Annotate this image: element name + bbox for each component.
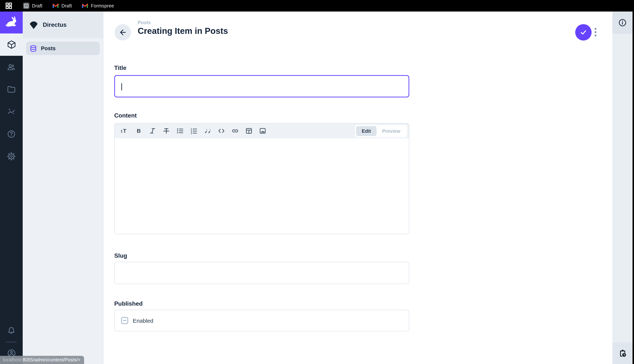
svg-text:T: T — [123, 128, 126, 134]
module-bar — [0, 12, 23, 364]
text-caret — [121, 83, 122, 90]
title-input[interactable] — [114, 75, 409, 98]
checkbox-label: Enabled — [133, 317, 153, 324]
code-icon — [218, 127, 225, 134]
italic-button[interactable] — [146, 124, 159, 137]
code-button[interactable] — [214, 124, 228, 137]
nav-item-posts[interactable]: Posts — [26, 42, 100, 55]
title-label: Title — [114, 65, 409, 72]
link-button[interactable] — [228, 124, 242, 137]
tab-edit[interactable]: Edit — [356, 126, 377, 136]
svg-text:3: 3 — [191, 132, 192, 134]
image-icon — [259, 127, 266, 134]
bookmarks: 31 Draft Draft — [23, 2, 114, 9]
title-input-wrap — [114, 75, 409, 98]
content-editor[interactable]: t T B — [114, 123, 409, 234]
content-label: Content — [114, 112, 409, 119]
project-name: Directus — [43, 22, 67, 28]
users-icon — [7, 62, 16, 72]
breadcrumb[interactable]: Posts — [138, 20, 151, 25]
table-icon — [245, 127, 252, 134]
strikethrough-button[interactable] — [159, 124, 173, 137]
published-checkbox-row[interactable]: Enabled — [114, 310, 409, 331]
screen: 31 Draft Draft — [0, 0, 634, 364]
bookmark-label: Formspree — [91, 3, 114, 8]
rabbit-icon — [4, 15, 19, 30]
insights-icon — [7, 107, 16, 116]
browser-bookmarks-bar: 31 Draft Draft — [0, 0, 634, 12]
editor-toolbar: t T B — [115, 124, 409, 138]
svg-text:31: 31 — [25, 5, 27, 7]
back-button[interactable] — [115, 24, 131, 40]
slug-label: Slug — [114, 252, 409, 259]
bold-icon: B — [135, 127, 142, 134]
numbered-list-button[interactable]: 123 — [187, 124, 201, 137]
checkbox-indeterminate-icon[interactable] — [121, 317, 128, 324]
module-help-button[interactable] — [0, 123, 23, 145]
notifications-button[interactable] — [0, 320, 23, 342]
nav-item-label: Posts — [41, 45, 56, 51]
folder-icon — [7, 84, 16, 94]
strikethrough-icon — [162, 127, 170, 134]
slug-input[interactable] — [114, 262, 409, 284]
save-button[interactable] — [575, 24, 591, 40]
status-host: localhost: — [3, 357, 23, 362]
module-settings-button[interactable] — [0, 145, 23, 167]
right-sidebar — [612, 12, 632, 364]
content-field: Content — [114, 112, 409, 119]
right-sidebar-body — [612, 34, 632, 342]
bell-icon — [7, 326, 16, 335]
more-options-button[interactable] — [594, 28, 596, 36]
main-content: Posts Creating Item in Posts Title Conte… — [104, 12, 612, 364]
window-edge — [632, 12, 634, 364]
gmail-icon — [53, 3, 59, 8]
revisions-sidebar-button[interactable] — [612, 342, 632, 364]
bulleted-list-button[interactable] — [173, 124, 187, 137]
status-url-bubble: localhost:8055/admin/content/Posts/+ — [0, 356, 84, 364]
module-users-button[interactable] — [0, 56, 23, 78]
project-fan-icon — [30, 21, 38, 29]
published-label: Published — [114, 300, 409, 307]
module-files-button[interactable] — [0, 78, 23, 100]
box-icon — [7, 40, 16, 50]
project-switcher[interactable]: Directus — [23, 12, 103, 38]
blockquote-icon — [204, 127, 211, 134]
check-icon — [579, 28, 587, 36]
gmail-icon — [82, 3, 88, 8]
bookmark-label: Draft — [32, 3, 43, 8]
database-icon — [30, 44, 37, 52]
info-sidebar-button[interactable] — [612, 12, 632, 34]
gear-icon — [7, 152, 16, 161]
status-path: 8055/admin/content/Posts/+ — [23, 357, 81, 362]
bookmark-label: Draft — [61, 3, 72, 8]
numbered-list-icon: 123 — [190, 127, 197, 134]
apps-grid-icon[interactable] — [6, 2, 12, 9]
clipboard-clock-icon — [618, 348, 627, 358]
image-button[interactable] — [256, 124, 269, 137]
text-size-icon: t T — [121, 127, 129, 134]
text-size-button[interactable]: t T — [118, 124, 132, 137]
slug-input-wrap — [114, 262, 409, 284]
slug-field: Slug — [114, 252, 409, 259]
italic-icon — [149, 127, 156, 134]
title-field: Title — [114, 65, 409, 72]
directus-logo[interactable] — [0, 12, 23, 34]
blockquote-button[interactable] — [201, 124, 214, 137]
bold-button[interactable]: B — [132, 124, 146, 137]
svg-text:t: t — [121, 129, 122, 134]
editor-mode-tabs: Edit Preview — [355, 125, 407, 137]
bookmark-draft-gmail[interactable]: Draft — [53, 3, 72, 8]
table-button[interactable] — [242, 124, 256, 137]
calendar-31-icon: 31 — [23, 2, 30, 9]
bookmark-formspree[interactable]: Formspree — [82, 3, 114, 8]
published-field: Published — [114, 300, 409, 307]
module-insights-button[interactable] — [0, 100, 23, 123]
arrow-left-icon — [119, 28, 127, 36]
svg-text:B: B — [137, 128, 141, 134]
bulleted-list-icon — [176, 127, 184, 134]
editor-body[interactable] — [115, 138, 409, 234]
info-icon — [618, 18, 627, 27]
module-content-button[interactable] — [0, 34, 23, 56]
tab-preview[interactable]: Preview — [377, 126, 406, 136]
bookmark-draft-calendar[interactable]: 31 Draft — [23, 2, 43, 9]
